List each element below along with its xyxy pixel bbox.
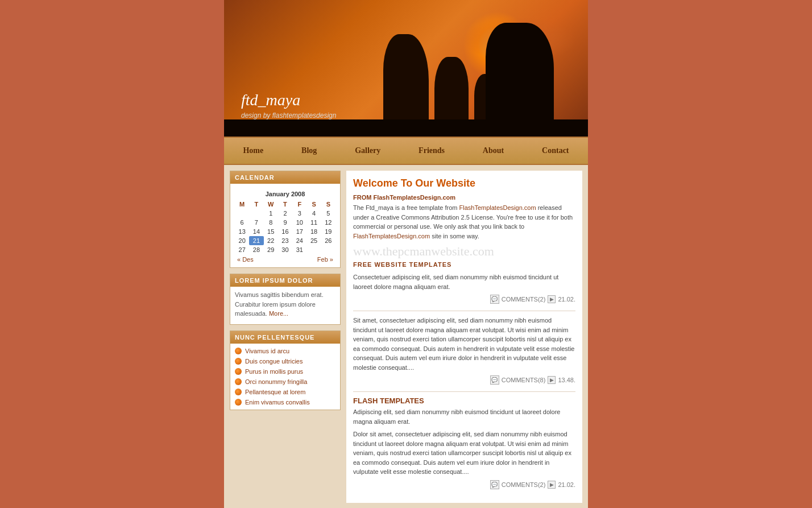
bullet-icon	[235, 358, 242, 365]
list-item: Enim vivamus convallis	[230, 397, 340, 407]
main-nav: Home Blog Gallery Friends About Contact	[224, 137, 588, 165]
table-row: 6789101112	[235, 218, 335, 227]
list-item: Orci nonummy fringilla	[230, 377, 340, 387]
list-link-6[interactable]: Enim vivamus convallis	[245, 399, 310, 406]
cal-header-s2: S	[321, 200, 335, 209]
nav-about[interactable]: About	[471, 142, 515, 160]
content-wrapper: CALENDAR January 2008 M T W T F	[224, 165, 588, 508]
table-row: 12345	[235, 209, 335, 218]
list-link-5[interactable]: Pellantesque at lorem	[245, 389, 305, 395]
nav-home[interactable]: Home	[231, 142, 275, 160]
welcome-title: Welcome To Our Website	[353, 177, 575, 189]
post3-body1: Adipiscing elit, sed diam nonummy nibh e…	[353, 407, 575, 426]
post2-footer: 💬 COMMENTS(8) ▶ 13.48.	[353, 375, 575, 385]
main-content: Welcome To Our Website FROM FlashTemplat…	[346, 171, 582, 503]
cal-header-w: W	[264, 200, 278, 209]
calendar-widget: CALENDAR January 2008 M T W T F	[230, 171, 341, 268]
list-item: Vivamus id arcu	[230, 346, 340, 356]
list-item: Pellantesque at lorem	[230, 387, 340, 397]
free-templates-label: FREE WEBSITE TEMPLATES	[353, 261, 575, 268]
sidebar: CALENDAR January 2008 M T W T F	[230, 171, 341, 503]
site-subtitle: design by flashtemplatesdesign	[241, 111, 336, 119]
bullet-icon	[235, 389, 242, 395]
cal-header-s1: S	[306, 200, 321, 209]
site-title: ftd_maya	[241, 91, 336, 109]
comment-icon: 💬	[490, 375, 499, 385]
calendar-title: CALENDAR	[230, 171, 340, 184]
comment-icon: 💬	[490, 480, 499, 489]
post1-footer: 💬 COMMENTS(2) ▶ 21.02.	[353, 295, 575, 304]
nunc-widget: NUNC PELLENTESQUE Vivamus id arcu Duis c…	[230, 331, 341, 410]
post3-comments: COMMENTS(2)	[502, 481, 546, 488]
lorem-text: Vivamus sagittis bibendum erat. Curabitu…	[230, 287, 340, 320]
bullet-icon	[235, 399, 242, 406]
calendar-nav: « Des Feb »	[235, 254, 335, 263]
lorem-widget: LOREM IPSUM DOLOR Vivamus sagittis biben…	[230, 274, 341, 325]
post2-body: Sit amet, consectetuer adipiscing elit, …	[353, 316, 575, 372]
nav-gallery[interactable]: Gallery	[343, 142, 392, 160]
list-link-1[interactable]: Vivamus id arcu	[245, 348, 289, 354]
nav-blog[interactable]: Blog	[290, 142, 328, 160]
nav-contact[interactable]: Contact	[531, 142, 580, 160]
list-link-3[interactable]: Purus in mollis purus	[245, 368, 303, 375]
table-row: 2728293031	[235, 245, 335, 254]
site-header: ftd_maya design by flashtemplatesdesign	[224, 0, 588, 137]
bullet-icon	[235, 348, 242, 354]
calendar-month: January 2008	[235, 188, 335, 200]
cal-header-f: F	[292, 200, 306, 209]
cal-header-m: M	[235, 200, 249, 209]
post3-date: 21.02.	[558, 481, 575, 488]
post1-source: FROM FlashTemplatesDesign.com	[353, 194, 575, 201]
post2-comments: COMMENTS(8)	[502, 377, 546, 383]
post1-link2[interactable]: FlashTemplatesDesign.com	[353, 233, 430, 239]
arrow-icon: ▶	[548, 295, 556, 303]
post3-body2: Dolor sit amet, consectetuer adipiscing …	[353, 429, 575, 477]
list-item: Duis congue ultricies	[230, 356, 340, 366]
bullet-icon	[235, 368, 242, 375]
table-row: 20212223242526	[235, 236, 335, 245]
list-link-4[interactable]: Orci nonummy fringilla	[245, 378, 307, 385]
post1-body: Consectetuer adipiscing elit, sed diam n…	[353, 272, 575, 291]
post-3: FLASH TEMPLATES Adipiscing elit, sed dia…	[353, 397, 575, 489]
calendar-prev[interactable]: « Des	[237, 256, 254, 263]
list-link-2[interactable]: Duis congue ultricies	[245, 358, 303, 365]
post-divider	[353, 311, 575, 311]
cal-header-t1: T	[249, 200, 263, 209]
post-divider	[353, 391, 575, 392]
nunc-title: NUNC PELLENTESQUE	[230, 331, 340, 344]
post1-date: 21.02.	[558, 296, 575, 303]
post2-date: 13.48.	[558, 377, 575, 383]
more-link[interactable]: More...	[269, 310, 288, 317]
arrow-icon: ▶	[548, 481, 556, 489]
bullet-icon	[235, 378, 242, 385]
post-2: Sit amet, consectetuer adipiscing elit, …	[353, 316, 575, 385]
comment-icon: 💬	[490, 295, 499, 304]
post1-comments: COMMENTS(2)	[502, 296, 546, 303]
arrow-icon: ▶	[548, 376, 556, 384]
post3-title: FLASH TEMPLATES	[353, 397, 575, 405]
nav-friends[interactable]: Friends	[407, 142, 456, 160]
table-row: 13141516171819	[235, 227, 335, 236]
post1-link1[interactable]: FlashTemplatesDesign.com	[459, 204, 536, 211]
post-1: FROM FlashTemplatesDesign.com The Ftd_ma…	[353, 194, 575, 304]
lorem-title: LOREM IPSUM DOLOR	[230, 274, 340, 287]
post3-footer: 💬 COMMENTS(2) ▶ 21.02.	[353, 480, 575, 489]
cal-header-t2: T	[278, 200, 292, 209]
calendar-table: M T W T F S S	[235, 200, 335, 254]
post1-text: The Ftd_maya is a free template from Fla…	[353, 203, 575, 241]
watermark-text: www.thepcmanwebsite.com	[353, 244, 575, 259]
calendar-next[interactable]: Feb »	[317, 256, 333, 263]
list-item: Purus in mollis purus	[230, 366, 340, 377]
